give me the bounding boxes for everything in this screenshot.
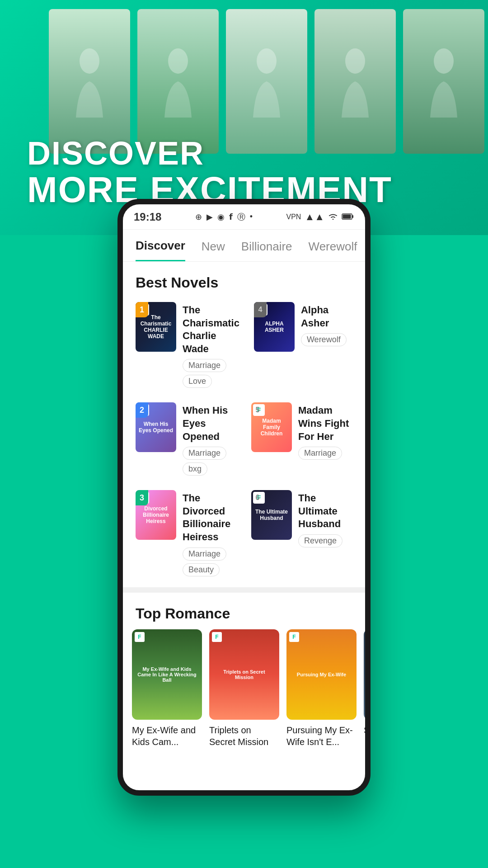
novel-tags-ultimate: Revenge [298,534,352,547]
tab-new[interactable]: New [202,240,225,261]
novel-info-ultimate: The Ultimate Husband Revenge [298,490,352,547]
novel-title-alpha: Alpha Asher [301,304,352,330]
svg-point-1 [168,48,188,74]
hero-person-2 [137,9,219,154]
cover-text-ultimate: The Ultimate Husband [251,507,292,523]
phone-screen: Discover New Billionaire Werewolf Best N… [123,230,365,790]
tag-marriage-tdbh[interactable]: Marriage [183,547,226,561]
tag-marriage-madam[interactable]: Marriage [298,447,342,460]
romance-title-pursuing: Pursuing My Ex-Wife Isn't E... [286,724,357,748]
nav-tabs: Discover New Billionaire Werewolf [123,230,365,262]
novel-title-tdbh: The Divorced Billionaire Heiress [183,492,237,543]
tag-marriage-wheo[interactable]: Marriage [183,447,226,460]
status-left-icons: ⊕ ▶ ◉ 𝗳 Ⓡ • [195,212,253,222]
finovel-logo-triplets: F [212,632,222,642]
tab-werewolf[interactable]: Werewolf [309,240,357,261]
hero-person-4 [314,9,396,154]
romance-card-exwife[interactable]: F My Ex-Wife and Kids Came In Like A Wre… [132,629,202,748]
novel-card-ccw[interactable]: F 1 The Charismatic CHARLIE WADE The Cha… [132,298,243,392]
play-icon: ▶ [206,212,213,222]
novel-cover-madam: F 5 Madam Family Children [251,402,292,452]
novel-title-ultimate: The Ultimate Husband [298,492,352,531]
novel-cover-tdbh: F 3 Divorced Billionaire Heiress [136,490,176,540]
novel-card-tdbh[interactable]: F 3 Divorced Billionaire Heiress The Div… [132,486,240,580]
best-novels-title: Best Novels [123,262,365,298]
romance-cover-text-triplets: Triplets on Secret Mission [213,667,276,682]
novel-cover-alpha: F 4 ALPHA ASHER [254,302,295,352]
romance-cover-exwife: F My Ex-Wife and Kids Came In Like A Wre… [132,629,202,720]
tag-bxg[interactable]: bxg [183,462,207,476]
rank-badge-6: 6 [251,490,264,505]
phone-wrapper: 19:18 ⊕ ▶ ◉ 𝗳 Ⓡ • VPN ▲▲ [0,199,488,823]
tab-discover[interactable]: Discover [136,239,185,261]
novel-row-2: F 2 When His Eyes Opened When His Eyes O… [132,399,356,479]
cover-text-tdbh: Divorced Billionaire Heiress [136,504,176,526]
novel-title-ccw: The Charismatic Charlie Wade [183,304,239,355]
tag-marriage[interactable]: Marriage [183,359,226,372]
svg-point-2 [257,48,277,74]
finovel-logo-exwife: F [135,632,145,642]
hero-text: DISCOVER MORE EXCITEMENT [27,135,392,208]
romance-card-triplets[interactable]: F Triplets on Secret Mission Triplets on… [209,629,279,748]
romance-card-spot[interactable]: F Spotlight Rush Spo... [364,629,365,748]
signal-icon: ▲▲ [305,211,324,223]
novel-cover-ccw: F 1 The Charismatic CHARLIE WADE [136,302,176,352]
rank-badge-3: 3 [136,490,148,505]
romance-cover-triplets: F Triplets on Secret Mission [209,629,279,720]
romance-cover-text-exwife: My Ex-Wife and Kids Came In Like A Wreck… [136,665,198,684]
vpn-icon: VPN [286,213,301,221]
top-romance-scroll[interactable]: F My Ex-Wife and Kids Came In Like A Wre… [123,629,365,757]
finovel-logo-pursuing: F [289,632,299,642]
rank-badge-1: 1 [136,302,148,317]
novel-card-wheo[interactable]: F 2 When His Eyes Opened When His Eyes O… [132,399,240,479]
top-romance-section: Top Romance F My Ex-Wife and Kids Came I… [123,593,365,757]
battery-icon [342,211,354,223]
section-divider [123,587,365,593]
novel-info-alpha: Alpha Asher Werewolf [301,302,352,346]
tag-love[interactable]: Love [183,375,212,388]
novel-info-tdbh: The Divorced Billionaire Heiress Marriag… [183,490,237,576]
wifi-icon [328,211,338,223]
top-romance-title: Top Romance [123,593,365,629]
novel-title-wheo: When His Eyes Opened [183,404,237,443]
rank-badge-2: 2 [136,402,148,418]
novel-cover-ultimate: F 6 The Ultimate Husband [251,490,292,540]
novel-info-madam: Madam Wins Fight For Her Marriage [298,402,352,460]
novel-row-3: F 3 Divorced Billionaire Heiress The Div… [132,486,356,580]
novel-title-madam: Madam Wins Fight For Her [298,404,352,443]
romance-title-exwife: My Ex-Wife and Kids Cam... [132,724,202,748]
instagram-icon: ◉ [217,212,225,222]
best-novels-grid: F 1 The Charismatic CHARLIE WADE The Cha… [123,298,365,580]
cover-text-madam: Madam Family Children [251,416,292,439]
hero-line1: DISCOVER [27,135,392,172]
tab-billionaire[interactable]: Billionaire [241,240,292,261]
status-bar: 19:18 ⊕ ▶ ◉ 𝗳 Ⓡ • VPN ▲▲ [123,204,365,230]
tag-beauty[interactable]: Beauty [183,563,220,576]
romance-cover-text-pursuing: Pursuing My Ex-Wife [295,670,348,679]
whatsapp-icon: ⊕ [195,212,202,222]
novel-tags-madam: Marriage [298,447,352,460]
novel-tags-ccw: Marriage Love [183,359,239,388]
novel-tags-wheo: Marriage bxg [183,447,237,476]
novel-cover-wheo: F 2 When His Eyes Opened [136,402,176,452]
status-time: 19:18 [134,211,161,223]
romance-cover-pursuing: F Pursuing My Ex-Wife [286,629,357,720]
facebook-icon: 𝗳 [229,212,233,222]
svg-rect-7 [352,215,353,218]
tag-werewolf[interactable]: Werewolf [301,333,347,346]
rakuten-icon: Ⓡ [237,212,245,222]
best-novels-section: Best Novels F 1 The Charismatic CHARLIE … [123,262,365,580]
svg-point-0 [80,48,99,74]
cover-text-alpha: ALPHA ASHER [254,319,295,335]
novel-row-1: F 1 The Charismatic CHARLIE WADE The Cha… [132,298,356,392]
novel-info-ccw: The Charismatic Charlie Wade Marriage Lo… [183,302,239,388]
novel-card-madam[interactable]: F 5 Madam Family Children Madam Wins Fig… [248,399,356,479]
romance-card-pursuing[interactable]: F Pursuing My Ex-Wife Pursuing My Ex-Wif… [286,629,357,748]
novel-card-alpha[interactable]: F 4 ALPHA ASHER Alpha Asher Werewolf [250,298,356,392]
hero-person-5 [403,9,484,154]
svg-rect-6 [343,214,351,218]
svg-point-3 [345,48,365,74]
novel-card-ultimate[interactable]: F 6 The Ultimate Husband The Ultimate Hu… [248,486,356,580]
rank-badge-4: 4 [254,302,267,317]
tag-revenge[interactable]: Revenge [298,534,343,547]
